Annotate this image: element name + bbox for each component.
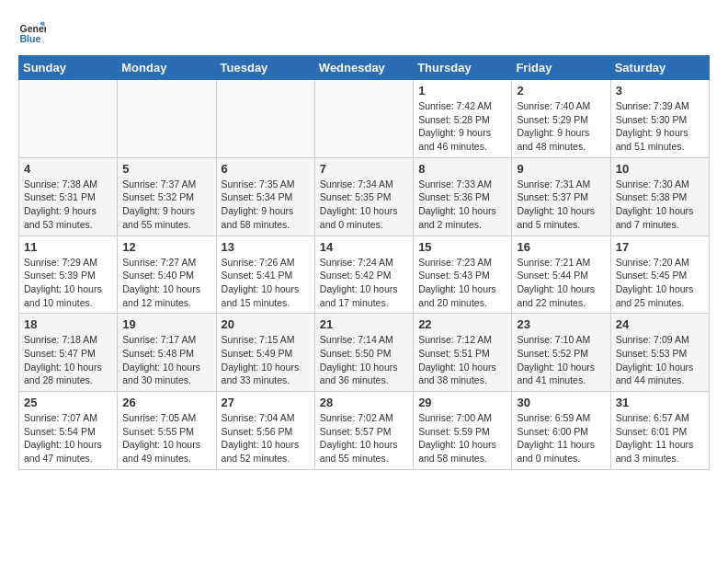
- day-info: Sunrise: 6:59 AM Sunset: 6:00 PM Dayligh…: [517, 411, 605, 465]
- calendar-cell: 20Sunrise: 7:15 AM Sunset: 5:49 PM Dayli…: [216, 314, 314, 392]
- day-info: Sunrise: 6:57 AM Sunset: 6:01 PM Dayligh…: [616, 411, 704, 465]
- calendar-cell: [19, 80, 118, 158]
- calendar-cell: 23Sunrise: 7:10 AM Sunset: 5:52 PM Dayli…: [512, 314, 610, 392]
- day-info: Sunrise: 7:35 AM Sunset: 5:34 PM Dayligh…: [222, 178, 310, 232]
- calendar-cell: 12Sunrise: 7:27 AM Sunset: 5:40 PM Dayli…: [118, 236, 216, 314]
- calendar-cell: 30Sunrise: 6:59 AM Sunset: 6:00 PM Dayli…: [512, 392, 610, 470]
- day-info: Sunrise: 7:05 AM Sunset: 5:55 PM Dayligh…: [122, 411, 210, 465]
- day-info: Sunrise: 7:04 AM Sunset: 5:56 PM Dayligh…: [222, 411, 310, 465]
- calendar-cell: 28Sunrise: 7:02 AM Sunset: 5:57 PM Dayli…: [314, 392, 413, 470]
- day-info: Sunrise: 7:15 AM Sunset: 5:49 PM Dayligh…: [222, 333, 310, 387]
- day-info: Sunrise: 7:07 AM Sunset: 5:54 PM Dayligh…: [24, 411, 112, 465]
- calendar-cell: 26Sunrise: 7:05 AM Sunset: 5:55 PM Dayli…: [118, 392, 216, 470]
- weekday-header-saturday: Saturday: [610, 56, 709, 80]
- calendar-week-row: 25Sunrise: 7:07 AM Sunset: 5:54 PM Dayli…: [19, 392, 710, 470]
- day-info: Sunrise: 7:29 AM Sunset: 5:39 PM Dayligh…: [24, 256, 112, 310]
- day-info: Sunrise: 7:26 AM Sunset: 5:41 PM Dayligh…: [222, 256, 310, 310]
- page-header: General Blue: [18, 18, 710, 46]
- calendar-cell: 14Sunrise: 7:24 AM Sunset: 5:42 PM Dayli…: [314, 236, 413, 314]
- day-info: Sunrise: 7:27 AM Sunset: 5:40 PM Dayligh…: [122, 256, 210, 310]
- calendar-cell: 10Sunrise: 7:30 AM Sunset: 5:38 PM Dayli…: [610, 157, 709, 236]
- calendar-cell: 9Sunrise: 7:31 AM Sunset: 5:37 PM Daylig…: [512, 157, 610, 236]
- day-number: 28: [320, 396, 408, 409]
- calendar-cell: 8Sunrise: 7:33 AM Sunset: 5:36 PM Daylig…: [414, 157, 512, 236]
- weekday-header-friday: Friday: [512, 56, 610, 80]
- weekday-header-monday: Monday: [118, 56, 216, 80]
- day-number: 13: [222, 240, 310, 254]
- calendar-cell: 25Sunrise: 7:07 AM Sunset: 5:54 PM Dayli…: [19, 392, 118, 470]
- calendar-table: SundayMondayTuesdayWednesdayThursdayFrid…: [18, 55, 710, 470]
- calendar-cell: 2Sunrise: 7:40 AM Sunset: 5:29 PM Daylig…: [512, 80, 610, 158]
- calendar-cell: 11Sunrise: 7:29 AM Sunset: 5:39 PM Dayli…: [19, 236, 118, 314]
- day-number: 31: [616, 396, 704, 409]
- calendar-cell: 27Sunrise: 7:04 AM Sunset: 5:56 PM Dayli…: [216, 392, 314, 470]
- day-info: Sunrise: 7:42 AM Sunset: 5:28 PM Dayligh…: [418, 99, 506, 154]
- day-info: Sunrise: 7:37 AM Sunset: 5:32 PM Dayligh…: [122, 178, 210, 232]
- calendar-header-row: SundayMondayTuesdayWednesdayThursdayFrid…: [19, 56, 710, 80]
- calendar-cell: 17Sunrise: 7:20 AM Sunset: 5:45 PM Dayli…: [610, 236, 709, 314]
- day-info: Sunrise: 7:23 AM Sunset: 5:43 PM Dayligh…: [418, 256, 506, 310]
- day-number: 12: [122, 240, 210, 254]
- calendar-cell: [314, 80, 413, 158]
- day-number: 30: [517, 396, 605, 409]
- calendar-cell: 21Sunrise: 7:14 AM Sunset: 5:50 PM Dayli…: [314, 314, 413, 392]
- weekday-header-wednesday: Wednesday: [314, 56, 413, 80]
- day-info: Sunrise: 7:10 AM Sunset: 5:52 PM Dayligh…: [517, 333, 605, 387]
- calendar-week-row: 11Sunrise: 7:29 AM Sunset: 5:39 PM Dayli…: [19, 236, 710, 314]
- day-info: Sunrise: 7:24 AM Sunset: 5:42 PM Dayligh…: [320, 256, 408, 310]
- weekday-header-sunday: Sunday: [19, 56, 118, 80]
- calendar-cell: 19Sunrise: 7:17 AM Sunset: 5:48 PM Dayli…: [118, 314, 216, 392]
- calendar-cell: 4Sunrise: 7:38 AM Sunset: 5:31 PM Daylig…: [19, 157, 118, 236]
- day-info: Sunrise: 7:21 AM Sunset: 5:44 PM Dayligh…: [517, 256, 605, 310]
- day-info: Sunrise: 7:30 AM Sunset: 5:38 PM Dayligh…: [616, 178, 704, 232]
- day-number: 10: [616, 162, 704, 176]
- logo: General Blue: [18, 18, 46, 46]
- day-number: 26: [122, 396, 210, 409]
- day-info: Sunrise: 7:12 AM Sunset: 5:51 PM Dayligh…: [418, 333, 506, 387]
- day-info: Sunrise: 7:02 AM Sunset: 5:57 PM Dayligh…: [320, 411, 408, 465]
- day-number: 22: [418, 317, 506, 331]
- calendar-cell: 15Sunrise: 7:23 AM Sunset: 5:43 PM Dayli…: [414, 236, 512, 314]
- day-number: 5: [122, 162, 210, 176]
- day-number: 7: [320, 162, 408, 176]
- calendar-cell: 29Sunrise: 7:00 AM Sunset: 5:59 PM Dayli…: [414, 392, 512, 470]
- day-info: Sunrise: 7:31 AM Sunset: 5:37 PM Dayligh…: [517, 178, 605, 232]
- day-info: Sunrise: 7:18 AM Sunset: 5:47 PM Dayligh…: [24, 333, 112, 387]
- calendar-cell: 3Sunrise: 7:39 AM Sunset: 5:30 PM Daylig…: [610, 80, 709, 158]
- day-number: 20: [222, 317, 310, 331]
- day-number: 17: [616, 240, 704, 254]
- day-number: 23: [517, 317, 605, 331]
- day-info: Sunrise: 7:40 AM Sunset: 5:29 PM Dayligh…: [517, 99, 605, 154]
- day-info: Sunrise: 7:00 AM Sunset: 5:59 PM Dayligh…: [418, 411, 506, 465]
- calendar-cell: 7Sunrise: 7:34 AM Sunset: 5:35 PM Daylig…: [314, 157, 413, 236]
- day-info: Sunrise: 7:38 AM Sunset: 5:31 PM Dayligh…: [24, 178, 112, 232]
- calendar-cell: 22Sunrise: 7:12 AM Sunset: 5:51 PM Dayli…: [414, 314, 512, 392]
- svg-text:Blue: Blue: [20, 33, 41, 44]
- logo-icon: General Blue: [18, 18, 46, 46]
- calendar-cell: 5Sunrise: 7:37 AM Sunset: 5:32 PM Daylig…: [118, 157, 216, 236]
- day-number: 11: [24, 240, 112, 254]
- calendar-week-row: 1Sunrise: 7:42 AM Sunset: 5:28 PM Daylig…: [19, 80, 710, 158]
- day-info: Sunrise: 7:34 AM Sunset: 5:35 PM Dayligh…: [320, 178, 408, 232]
- day-number: 4: [24, 162, 112, 176]
- day-number: 9: [517, 162, 605, 176]
- day-number: 18: [24, 317, 112, 331]
- calendar-cell: [118, 80, 216, 158]
- weekday-header-tuesday: Tuesday: [216, 56, 314, 80]
- day-info: Sunrise: 7:14 AM Sunset: 5:50 PM Dayligh…: [320, 333, 408, 387]
- day-info: Sunrise: 7:09 AM Sunset: 5:53 PM Dayligh…: [616, 333, 704, 387]
- day-number: 8: [418, 162, 506, 176]
- day-info: Sunrise: 7:33 AM Sunset: 5:36 PM Dayligh…: [418, 178, 506, 232]
- day-number: 21: [320, 317, 408, 331]
- calendar-week-row: 18Sunrise: 7:18 AM Sunset: 5:47 PM Dayli…: [19, 314, 710, 392]
- day-number: 16: [517, 240, 605, 254]
- day-number: 6: [222, 162, 310, 176]
- day-number: 14: [320, 240, 408, 254]
- day-info: Sunrise: 7:39 AM Sunset: 5:30 PM Dayligh…: [616, 99, 704, 154]
- calendar-week-row: 4Sunrise: 7:38 AM Sunset: 5:31 PM Daylig…: [19, 157, 710, 236]
- calendar-cell: 1Sunrise: 7:42 AM Sunset: 5:28 PM Daylig…: [414, 80, 512, 158]
- calendar-cell: 31Sunrise: 6:57 AM Sunset: 6:01 PM Dayli…: [610, 392, 709, 470]
- calendar-cell: [216, 80, 314, 158]
- day-number: 19: [122, 317, 210, 331]
- day-info: Sunrise: 7:20 AM Sunset: 5:45 PM Dayligh…: [616, 256, 704, 310]
